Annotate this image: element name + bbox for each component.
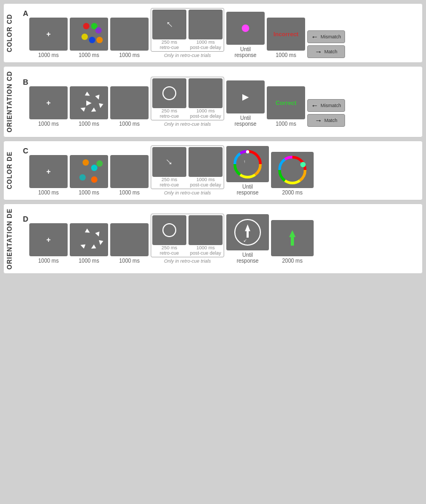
retro-panel-row-c: → 250 ms retro-cue 1000 ms post-cue dela…: [152, 147, 223, 188]
row-label-color-de: COLOR DE: [6, 151, 21, 189]
retro-sublabel-1000-a: 1000 ms: [196, 39, 215, 45]
orient-arr2: ▶: [95, 94, 103, 100]
retro-sublabel-retrocue-c: retro-cue: [160, 182, 179, 188]
gray-panel-wheel-probe-c: ↑: [226, 146, 269, 182]
probe-arrow-b: ▶: [242, 92, 249, 102]
time-feedback-b: 1000 ms: [276, 121, 296, 127]
panel-wheel-response-c: 2000 ms: [271, 152, 314, 196]
panel-orient-response-d: 2000 ms: [271, 220, 314, 264]
svg-rect-11: [291, 237, 294, 246]
dot-purple: [95, 27, 102, 34]
panel-retro-arrow-c: → 250 ms retro-cue: [152, 147, 186, 188]
orient-wheel-probe-svg: ↙: [232, 216, 264, 248]
dot-c-teal: [79, 174, 86, 181]
gray-panel-blank1-a: [110, 18, 149, 51]
retro-sublabel-250-a: 250 ms: [161, 39, 177, 45]
svg-point-5: [163, 224, 176, 237]
dot-c-orange2: [91, 176, 97, 183]
time-dots-c: 1000 ms: [79, 190, 99, 196]
dot-c-orange1: [83, 159, 89, 166]
gray-panel-retro-delay-d: [189, 215, 223, 245]
circle-cue-svg: [161, 85, 177, 101]
svg-point-4: [300, 162, 306, 167]
gray-panel-cross-d: +: [29, 223, 68, 256]
svg-rect-8: [247, 231, 249, 238]
retro-box-a: → 250 ms retro-cue 1000 ms post-cue del: [151, 8, 224, 52]
panel-cross-b: + 1000 ms: [29, 86, 68, 127]
panel-blank1-c: 1000 ms: [110, 155, 149, 196]
arrow-left-icon-a: ←: [311, 32, 318, 41]
row-orientation-de: ORIENTATION DE D + 1000 ms: [3, 204, 423, 274]
panel-cross-c: + 1000 ms: [29, 155, 68, 196]
svg-point-0: [163, 87, 176, 100]
trial-panels-c: + 1000 ms: [29, 145, 420, 196]
panel-retro-arrow-a: → 250 ms retro-cue: [152, 10, 186, 50]
arrow-right-icon-a: →: [315, 47, 322, 56]
time-orient-probe-d: Untilresponse: [236, 252, 258, 264]
retro-box-d: 250 ms retro-cue 1000 ms post-cue delay: [151, 214, 224, 257]
block-letter-c: C: [23, 147, 28, 155]
panel-dots-c: 1000 ms: [70, 155, 108, 196]
block-letter-d: D: [23, 215, 28, 223]
orient-arrow-1: ▶: [86, 99, 92, 107]
row-content-orientation-de: D + 1000 ms ▶ ▶: [21, 214, 420, 264]
panel-retro-circle-b: 250 ms retro-cue: [152, 78, 186, 119]
orient-arr1: ▶: [84, 90, 91, 98]
retro-box-b: 250 ms retro-cue 1000 ms post-cue delay: [151, 77, 224, 120]
trial-panels-a: + 1000 ms: [29, 8, 420, 58]
orient-arr3: ▶: [97, 103, 105, 108]
gray-panel-probe-b: ▶: [226, 80, 265, 113]
time-feedback-a: 1000 ms: [276, 52, 296, 58]
time-cross-b: 1000 ms: [38, 121, 59, 127]
time-cross-a: 1000 ms: [38, 52, 59, 58]
panel-retro-delay-a: 1000 ms post-cue delay: [189, 10, 223, 50]
panel-cross-d: + 1000 ms: [29, 223, 68, 264]
svg-marker-7: [245, 224, 250, 231]
left-panels-b: + 1000 ms ▶ ▶ ▶ ▶ ▶: [29, 86, 149, 127]
time-blank1-c: 1000 ms: [119, 190, 140, 196]
retro-sublabel-retrocue-a: retro-cue: [160, 45, 179, 50]
gray-panel-feedback-a: Incorrect: [267, 18, 305, 51]
gray-panel-probe-a: [226, 12, 265, 45]
left-panels-c: + 1000 ms: [29, 155, 149, 196]
orient-arr-d3: ▶: [97, 240, 105, 245]
key-match-b: → Match: [307, 114, 345, 127]
panel-probe-a: Untilresponse: [226, 12, 265, 58]
block-letter-a: A: [23, 9, 28, 18]
panel-blank1-b: 1000 ms: [110, 86, 149, 127]
response-area-b: ← Mismatch → Match: [307, 99, 345, 127]
retro-panel-row-b: 250 ms retro-cue 1000 ms post-cue delay: [152, 78, 223, 119]
orient-arr5: ▶: [79, 105, 86, 113]
time-blank1-a: 1000 ms: [119, 52, 140, 58]
time-orient-b: 1000 ms: [79, 121, 99, 127]
panel-orient-d: ▶ ▶ ▶ ▶ ▶ 1000 ms: [70, 223, 108, 264]
right-panels-a: Untilresponse Incorrect 1000 ms: [226, 12, 305, 58]
probe-dot-a: [242, 25, 249, 32]
orient-arr-d1: ▶: [84, 227, 91, 235]
time-wheel-response-c: 2000 ms: [282, 190, 302, 196]
gray-panel-cross-b: +: [29, 86, 68, 119]
row-content-color-de: C + 1000 ms: [21, 145, 420, 196]
cross-icon-a: +: [46, 30, 51, 38]
gray-panel-blank1-c: [110, 155, 149, 188]
retro-sublabel-retrocue-d: retro-cue: [160, 250, 179, 256]
feedback-text-b: Correct: [275, 100, 296, 106]
time-blank1-b: 1000 ms: [119, 121, 140, 127]
gray-panel-retro-arrow-a: →: [152, 10, 186, 39]
panel-feedback-a: Incorrect 1000 ms: [267, 18, 305, 58]
retro-panel-row-d: 250 ms retro-cue 1000 ms post-cue delay: [152, 215, 223, 256]
retro-sublabel-retrocue-b: retro-cue: [160, 113, 179, 119]
gray-panel-dots-c: [70, 155, 108, 188]
color-wheel-response-svg: [276, 154, 308, 186]
retro-group-a: → 250 ms retro-cue 1000 ms post-cue del: [151, 8, 224, 58]
retro-sublabel-250-b: 250 ms: [161, 108, 177, 113]
row-content-color-cd: A + 1000 ms: [21, 8, 420, 58]
gray-panel-blank1-d: [110, 223, 149, 256]
retro-box-c: → 250 ms retro-cue 1000 ms post-cue dela…: [151, 145, 224, 189]
retro-sublabel-1000-b: 1000 ms: [196, 108, 215, 113]
retro-group-c: → 250 ms retro-cue 1000 ms post-cue dela…: [151, 145, 224, 196]
retro-sublabel-1000-d: 1000 ms: [196, 245, 215, 250]
time-blank1-d: 1000 ms: [119, 258, 140, 264]
orient-arr-d2: ▶: [95, 231, 103, 238]
dot-c-green: [96, 160, 103, 167]
